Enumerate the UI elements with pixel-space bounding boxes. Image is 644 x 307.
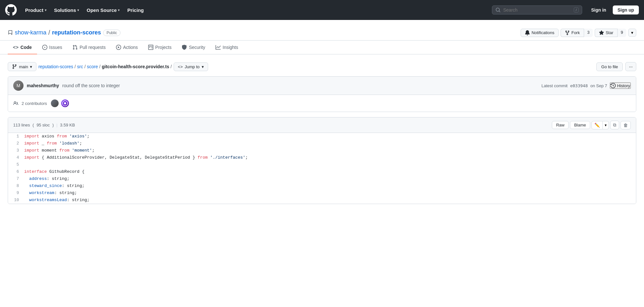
table-row: 8 steward_since: string; xyxy=(8,182,636,190)
line-content: steward_since: string; xyxy=(24,182,636,190)
commit-hash-info: Latest commit e033948 on Sep 7 History xyxy=(542,82,631,89)
issue-icon xyxy=(42,45,47,50)
star-button[interactable]: Star xyxy=(595,29,617,37)
repo-name[interactable]: reputation-scores xyxy=(52,29,101,36)
path-score[interactable]: score xyxy=(87,64,98,69)
path-repo[interactable]: reputation-scores xyxy=(38,64,73,69)
line-num: 2 xyxy=(8,140,24,147)
go-to-file-button[interactable]: Go to file xyxy=(596,62,623,71)
fork-count[interactable]: 3 xyxy=(584,29,593,37)
tab-actions[interactable]: Actions xyxy=(111,41,143,54)
line-num: 6 xyxy=(8,168,24,175)
table-row: 1 import axios from 'axios'; xyxy=(8,133,636,140)
line-num: 9 xyxy=(8,190,24,197)
file-viewer: 113 lines ( 95 sloc ) | 3.59 KB Raw Blam… xyxy=(8,117,636,204)
security-icon xyxy=(182,45,187,50)
star-group: Star 9 xyxy=(595,29,626,37)
main-content: main ▾ reputation-scores / src / score /… xyxy=(0,54,644,212)
contributor-avatar-2[interactable] xyxy=(61,99,70,108)
line-content: workstreamsLead: string; xyxy=(24,197,636,204)
line-num: 8 xyxy=(8,182,24,190)
latest-commit-label: Latest commit xyxy=(542,83,568,88)
line-num: 7 xyxy=(8,175,24,182)
line-num: 3 xyxy=(8,147,24,154)
line-num: 10 xyxy=(8,197,24,204)
line-content: workstream: string; xyxy=(24,190,636,197)
star-count[interactable]: 9 xyxy=(617,29,626,37)
actions-icon xyxy=(116,45,121,50)
branch-selector[interactable]: main ▾ xyxy=(8,62,36,71)
tab-issues[interactable]: Issues xyxy=(37,41,67,54)
repo-icon xyxy=(8,30,13,35)
star-label: Star xyxy=(606,30,613,35)
edit-button[interactable]: ✏️ xyxy=(591,121,603,129)
tab-pull-requests[interactable]: Pull requests xyxy=(67,41,111,54)
line-content: import _ from 'lodash'; xyxy=(24,140,636,147)
raw-button[interactable]: Raw xyxy=(552,121,569,129)
path-src[interactable]: src xyxy=(77,64,83,69)
table-row: 9 workstream: string; xyxy=(8,190,636,197)
table-row: 7 address: string; xyxy=(8,175,636,182)
file-breadcrumb-bar: main ▾ reputation-scores / src / score /… xyxy=(8,62,636,71)
table-row: 3 import moment from 'moment'; xyxy=(8,147,636,154)
code-icon: <> xyxy=(13,44,19,50)
notifications-button[interactable]: Notifications xyxy=(521,29,559,37)
line-num: 5 xyxy=(8,161,24,168)
tab-projects[interactable]: Projects xyxy=(143,41,177,54)
contributor-avatar-1[interactable] xyxy=(50,99,59,108)
code-icon-small: <> xyxy=(178,64,183,69)
file-sloc: 95 sloc xyxy=(36,123,50,127)
line-content xyxy=(24,161,636,168)
more-options-button[interactable]: ··· xyxy=(625,62,636,71)
table-row: 4 import { AdditionalScoreProvider, Dele… xyxy=(8,154,636,161)
contributor-avatars xyxy=(50,99,70,108)
github-logo[interactable] xyxy=(5,4,17,16)
search-box[interactable]: / xyxy=(492,5,582,14)
sign-up-button[interactable]: Sign up xyxy=(613,5,639,14)
table-row: 5 xyxy=(8,161,636,168)
tab-security[interactable]: Security xyxy=(177,41,210,54)
projects-icon xyxy=(148,45,153,50)
commit-hash[interactable]: e033948 xyxy=(570,83,588,88)
search-input[interactable] xyxy=(503,7,571,13)
table-row: 2 import _ from 'lodash'; xyxy=(8,140,636,147)
table-row: 10 workstreamsLead: string; xyxy=(8,197,636,204)
sign-in-link[interactable]: Sign in xyxy=(587,6,610,14)
jump-to-button[interactable]: <> Jump to ▾ xyxy=(174,62,208,71)
copy-button[interactable]: ⧉ xyxy=(610,121,619,129)
svg-point-0 xyxy=(64,102,66,105)
tab-insights[interactable]: Insights xyxy=(210,41,243,54)
repo-owner[interactable]: show-karma xyxy=(15,29,46,36)
nav-product[interactable]: Product ▾ xyxy=(22,5,50,15)
line-content: import moment from 'moment'; xyxy=(24,147,636,154)
repo-header: show-karma / reputation-scores Public No… xyxy=(0,20,644,41)
file-meta-box: M maheshmurthy round off the score to in… xyxy=(8,76,636,112)
commit-author[interactable]: maheshmurthy xyxy=(27,83,59,88)
line-content: import { AdditionalScoreProvider, Delega… xyxy=(24,154,636,161)
top-nav: Product ▾ Solutions ▾ Open Source ▾ Pric… xyxy=(0,0,644,20)
commit-date: on Sep 7 xyxy=(591,83,607,88)
tab-nav: <> Code Issues Pull requests Actions Pro… xyxy=(0,41,644,54)
edit-dropdown-button[interactable]: ▾ xyxy=(603,121,609,129)
file-info: 113 lines ( 95 sloc ) | 3.59 KB xyxy=(13,123,75,127)
branch-label: main xyxy=(19,64,28,69)
fork-button[interactable]: Fork xyxy=(561,29,584,37)
commit-info: M maheshmurthy round off the score to in… xyxy=(13,80,120,91)
tab-code[interactable]: <> Code xyxy=(8,41,37,54)
nav-solutions[interactable]: Solutions ▾ xyxy=(51,5,82,15)
commit-message: round off the score to integer xyxy=(62,83,120,88)
history-label: History xyxy=(617,83,630,88)
fork-group: Fork 3 xyxy=(561,29,593,37)
blame-button[interactable]: Blame xyxy=(570,121,590,129)
repo-separator: / xyxy=(48,29,50,36)
delete-button[interactable]: 🗑 xyxy=(620,121,631,129)
nav-pricing[interactable]: Pricing xyxy=(124,5,147,15)
top-nav-auth: Sign in Sign up xyxy=(587,5,639,14)
more-options-button[interactable]: ▾ xyxy=(628,29,636,37)
nav-open-source[interactable]: Open Source ▾ xyxy=(83,5,123,15)
history-button[interactable]: History xyxy=(610,82,631,89)
insights-icon xyxy=(216,45,221,50)
file-path: reputation-scores / src / score / gitcoi… xyxy=(38,64,172,69)
chevron-down-icon: ▾ xyxy=(77,8,79,12)
file-breadcrumb: main ▾ reputation-scores / src / score /… xyxy=(8,62,208,71)
